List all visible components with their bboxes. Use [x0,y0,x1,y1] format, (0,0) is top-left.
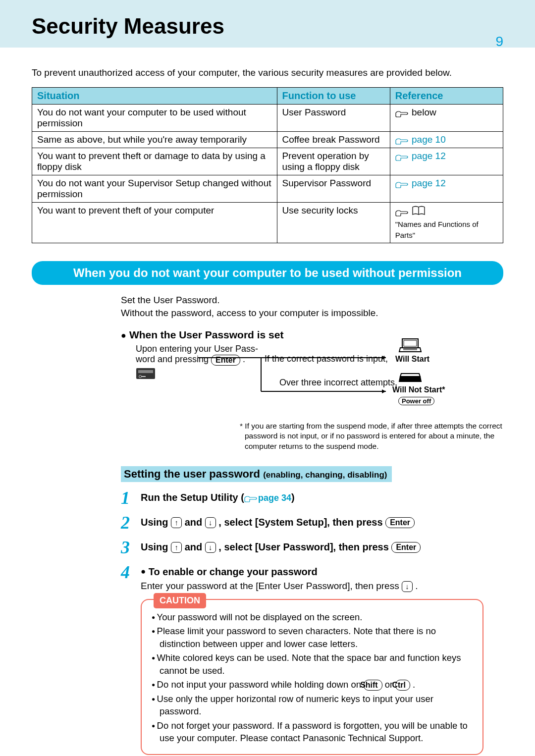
intro-text: To prevent unauthorized access of your c… [32,67,503,78]
step-number: 3 [121,539,141,556]
table-row: Same as above, but while you're away tem… [32,132,503,148]
arrow-down-key-icon: ↓ [402,581,413,592]
arrow-up-key-icon: ↑ [171,517,182,528]
password-prompt-icon [136,368,156,385]
page-reference-link[interactable]: page 10 [412,134,446,145]
step-2: 2 Using ↑ and ↓ , select [System Setup],… [121,514,503,532]
th-reference: Reference [390,88,503,105]
book-icon [412,205,426,218]
page-reference-link[interactable]: page 34 [258,493,291,503]
suspend-footnote: * If you are starting from the suspend m… [240,421,503,451]
table-row: You want to prevent theft or damage to d… [32,148,503,175]
laptop-closed-icon [398,368,422,388]
caution-item: Your password will not be displayed on t… [152,611,473,624]
page-header: Security Measures 9 [0,0,535,48]
setting-password-heading: Setting the user password (enabling, cha… [121,466,392,482]
enter-key-icon: Enter [385,517,415,528]
step-3: 3 Using ↑ and ↓ , select [User Password]… [121,539,503,556]
caution-item: Use only the upper horizontal row of num… [152,693,473,718]
page-reference-link[interactable]: page 12 [412,178,446,188]
arrow-down-key-icon: ↓ [205,517,216,528]
hand-right-icon [395,180,408,187]
security-table: Situation Function to use Reference You … [32,87,503,243]
arrow-down-key-icon: ↓ [205,542,216,553]
step-number: 1 [121,489,141,507]
th-function: Function to use [277,88,390,105]
ctrl-key-icon: Ctrl [395,680,410,691]
hand-right-icon [395,137,408,144]
section-heading: When you do not want your computer to be… [32,261,503,285]
page-title: Security Measures [32,14,503,39]
table-row: You do not want your Supervisor Setup ch… [32,175,503,203]
arrow-up-key-icon: ↑ [171,542,182,553]
svg-rect-9 [404,340,417,346]
page-number: 9 [495,34,503,50]
password-flow-diagram: Upon entering your User Pass- word and p… [136,344,503,418]
caution-item: Do not forget your password. If a passwo… [152,719,473,745]
hand-right-icon [395,209,408,216]
hand-right-icon [395,109,408,116]
svg-marker-8 [382,389,386,393]
caution-box: CAUTION Your password will not be displa… [141,599,483,755]
step-4: 4 ● To enable or change your password En… [121,563,503,592]
step-number: 4 [121,563,141,581]
laptop-open-icon [398,337,422,357]
caution-label: CAUTION [154,593,206,608]
svg-rect-1 [138,370,153,373]
power-off-badge: Power off [398,397,434,405]
page-reference-link[interactable]: page 12 [412,151,446,161]
enter-key-icon: Enter [391,542,421,553]
step-1: 1 Run the Setup Utility (page 34) [121,489,503,507]
caution-item: White colored keys can be used. Note tha… [152,651,473,677]
th-situation: Situation [32,88,277,105]
caution-item: Do not input your password while holding… [152,678,473,691]
caution-item: Please limit your password to seven char… [152,625,473,650]
hand-right-icon [395,153,408,160]
hand-right-icon [244,494,257,501]
when-password-set-heading: When the User Password is set [121,329,503,341]
step-number: 2 [121,514,141,532]
shift-key-icon: Shift [364,680,382,691]
section-intro: Set the User Password. Without the passw… [121,294,503,319]
table-row: You want to prevent theft of your comput… [32,203,503,243]
page-content: To prevent unauthorized access of your c… [0,48,535,756]
table-row: You do not want your computer to be used… [32,105,503,132]
